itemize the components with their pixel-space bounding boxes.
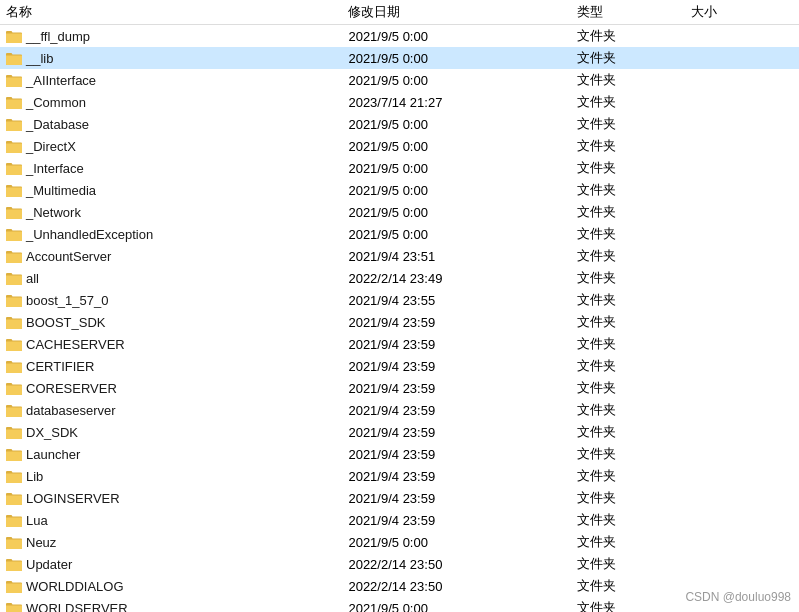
table-row[interactable]: databaseserver2021/9/4 23:59文件夹 — [0, 399, 799, 421]
file-list-container[interactable]: 名称 修改日期 类型 大小 __ffl_dump2021/9/5 0:00文件夹… — [0, 0, 799, 612]
file-name-cell: _Database — [0, 113, 342, 135]
folder-icon — [6, 602, 22, 613]
folder-icon — [6, 184, 22, 197]
file-size-cell — [685, 113, 799, 135]
folder-icon — [6, 250, 22, 263]
folder-icon — [6, 558, 22, 571]
col-header-size[interactable]: 大小 — [685, 0, 799, 25]
table-row[interactable]: all2022/2/14 23:49文件夹 — [0, 267, 799, 289]
file-name-label: _Interface — [26, 161, 84, 176]
folder-icon — [6, 52, 22, 65]
watermark: CSDN @douluo998 — [685, 590, 791, 604]
file-name-label: WORLDSERVER — [26, 601, 128, 613]
file-name-cell: _UnhandledException — [0, 223, 342, 245]
file-size-cell — [685, 355, 799, 377]
file-type-cell: 文件夹 — [571, 157, 685, 179]
file-name-label: CORESERVER — [26, 381, 117, 396]
table-row[interactable]: __lib2021/9/5 0:00文件夹 — [0, 47, 799, 69]
table-row[interactable]: DX_SDK2021/9/4 23:59文件夹 — [0, 421, 799, 443]
table-row[interactable]: CACHESERVER2021/9/4 23:59文件夹 — [0, 333, 799, 355]
table-row[interactable]: CORESERVER2021/9/4 23:59文件夹 — [0, 377, 799, 399]
col-header-date[interactable]: 修改日期 — [342, 0, 570, 25]
file-name-label: all — [26, 271, 39, 286]
file-size-cell — [685, 531, 799, 553]
table-row[interactable]: _UnhandledException2021/9/5 0:00文件夹 — [0, 223, 799, 245]
file-size-cell — [685, 245, 799, 267]
file-name-cell: _Common — [0, 91, 342, 113]
folder-icon — [6, 118, 22, 131]
file-type-cell: 文件夹 — [571, 201, 685, 223]
file-name-label: _DirectX — [26, 139, 76, 154]
file-date-cell: 2021/9/5 0:00 — [342, 135, 570, 157]
table-row[interactable]: Lib2021/9/4 23:59文件夹 — [0, 465, 799, 487]
file-name-label: BOOST_SDK — [26, 315, 105, 330]
table-row[interactable]: boost_1_57_02021/9/4 23:55文件夹 — [0, 289, 799, 311]
file-date-cell: 2021/9/4 23:51 — [342, 245, 570, 267]
table-row[interactable]: Lua2021/9/4 23:59文件夹 — [0, 509, 799, 531]
file-type-cell: 文件夹 — [571, 443, 685, 465]
table-row[interactable]: __ffl_dump2021/9/5 0:00文件夹 — [0, 25, 799, 48]
folder-icon — [6, 140, 22, 153]
file-name-cell: Lua — [0, 509, 342, 531]
col-header-name[interactable]: 名称 — [0, 0, 342, 25]
file-name-cell: WORLDDIALOG — [0, 575, 342, 597]
col-header-type[interactable]: 类型 — [571, 0, 685, 25]
file-date-cell: 2021/9/4 23:59 — [342, 311, 570, 333]
table-row[interactable]: _Interface2021/9/5 0:00文件夹 — [0, 157, 799, 179]
file-type-cell: 文件夹 — [571, 553, 685, 575]
file-name-label: _Common — [26, 95, 86, 110]
table-row[interactable]: WORLDDIALOG2022/2/14 23:50文件夹 — [0, 575, 799, 597]
file-size-cell — [685, 377, 799, 399]
table-row[interactable]: CERTIFIER2021/9/4 23:59文件夹 — [0, 355, 799, 377]
table-row[interactable]: _DirectX2021/9/5 0:00文件夹 — [0, 135, 799, 157]
file-table: 名称 修改日期 类型 大小 __ffl_dump2021/9/5 0:00文件夹… — [0, 0, 799, 612]
file-type-cell: 文件夹 — [571, 91, 685, 113]
file-name-label: DX_SDK — [26, 425, 78, 440]
file-name-label: CERTIFIER — [26, 359, 94, 374]
file-date-cell: 2021/9/5 0:00 — [342, 47, 570, 69]
table-row[interactable]: _Network2021/9/5 0:00文件夹 — [0, 201, 799, 223]
table-row[interactable]: AccountServer2021/9/4 23:51文件夹 — [0, 245, 799, 267]
folder-icon — [6, 206, 22, 219]
file-size-cell — [685, 223, 799, 245]
table-row[interactable]: _AIInterface2021/9/5 0:00文件夹 — [0, 69, 799, 91]
file-size-cell — [685, 289, 799, 311]
folder-icon — [6, 96, 22, 109]
file-date-cell: 2021/9/5 0:00 — [342, 157, 570, 179]
file-date-cell: 2021/9/4 23:59 — [342, 487, 570, 509]
table-row[interactable]: Launcher2021/9/4 23:59文件夹 — [0, 443, 799, 465]
file-name-label: _Multimedia — [26, 183, 96, 198]
table-row[interactable]: _Database2021/9/5 0:00文件夹 — [0, 113, 799, 135]
file-name-cell: __ffl_dump — [0, 25, 342, 48]
file-size-cell — [685, 179, 799, 201]
table-row[interactable]: WORLDSERVER2021/9/5 0:00文件夹 — [0, 597, 799, 612]
file-date-cell: 2021/9/5 0:00 — [342, 201, 570, 223]
folder-icon — [6, 30, 22, 43]
file-size-cell — [685, 267, 799, 289]
file-size-cell — [685, 311, 799, 333]
table-row[interactable]: _Common2023/7/14 21:27文件夹 — [0, 91, 799, 113]
file-date-cell: 2021/9/4 23:59 — [342, 421, 570, 443]
folder-icon — [6, 448, 22, 461]
file-type-cell: 文件夹 — [571, 355, 685, 377]
table-row[interactable]: LOGINSERVER2021/9/4 23:59文件夹 — [0, 487, 799, 509]
file-size-cell — [685, 135, 799, 157]
table-row[interactable]: BOOST_SDK2021/9/4 23:59文件夹 — [0, 311, 799, 333]
file-name-cell: boost_1_57_0 — [0, 289, 342, 311]
table-row[interactable]: _Multimedia2021/9/5 0:00文件夹 — [0, 179, 799, 201]
folder-icon — [6, 492, 22, 505]
file-type-cell: 文件夹 — [571, 223, 685, 245]
file-name-cell: _Multimedia — [0, 179, 342, 201]
file-date-cell: 2021/9/5 0:00 — [342, 25, 570, 48]
file-type-cell: 文件夹 — [571, 597, 685, 612]
file-type-cell: 文件夹 — [571, 311, 685, 333]
folder-icon — [6, 382, 22, 395]
table-row[interactable]: Neuz2021/9/5 0:00文件夹 — [0, 531, 799, 553]
file-name-cell: all — [0, 267, 342, 289]
file-size-cell — [685, 421, 799, 443]
file-name-label: Lib — [26, 469, 43, 484]
file-name-cell: CERTIFIER — [0, 355, 342, 377]
file-size-cell — [685, 553, 799, 575]
table-row[interactable]: Updater2022/2/14 23:50文件夹 — [0, 553, 799, 575]
file-name-cell: databaseserver — [0, 399, 342, 421]
